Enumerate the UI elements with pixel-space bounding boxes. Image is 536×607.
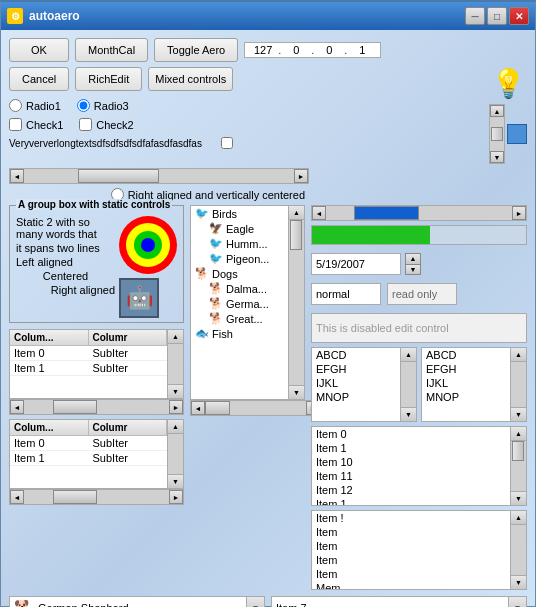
- tree-item2[interactable]: Item: [312, 539, 510, 553]
- list2-hscroll-left[interactable]: ◄: [10, 490, 24, 504]
- date-spin-down[interactable]: ▼: [405, 265, 421, 276]
- list2-hscroll-track[interactable]: [24, 490, 169, 504]
- lbr-scroll-up[interactable]: ▲: [511, 348, 526, 362]
- ip-part1[interactable]: [249, 44, 277, 56]
- tree-scroll-down[interactable]: ▼: [289, 385, 304, 399]
- listbox-left-vscroll[interactable]: ▲ ▼: [401, 347, 417, 422]
- ip-part2[interactable]: [282, 44, 310, 56]
- lbl-scroll-up[interactable]: ▲: [401, 348, 416, 362]
- list2-vscroll[interactable]: ▲ ▼: [168, 419, 184, 489]
- ip-part3[interactable]: [315, 44, 343, 56]
- tree-hscroll-track[interactable]: [205, 401, 306, 415]
- listbox-right-item4[interactable]: MNOP: [422, 390, 510, 404]
- mixed-controls-button[interactable]: Mixed controls: [148, 67, 233, 91]
- right-hscroll-top[interactable]: ◄ ►: [311, 205, 527, 221]
- list1-hscroll[interactable]: ◄ ►: [9, 399, 184, 415]
- rhscroll-track[interactable]: [326, 206, 512, 220]
- horizontal-scrollbar[interactable]: ◄ ►: [9, 168, 309, 184]
- rhscroll-right[interactable]: ►: [512, 206, 526, 220]
- tree-item1[interactable]: Item: [312, 525, 510, 539]
- tree-item-pigeon[interactable]: 🐦 Pigeon...: [191, 251, 288, 266]
- tree-items-listbox[interactable]: Item ! Item Item Item Item Mem: [311, 510, 511, 590]
- items-scroll-thumb[interactable]: [512, 441, 524, 461]
- items-listbox[interactable]: Item 0 Item 1 Item 10 Item 11 Item 12 It…: [311, 426, 511, 506]
- tree-item-great-dane[interactable]: 🐕 Great...: [191, 311, 288, 326]
- radio2-label[interactable]: Radio3: [77, 99, 129, 112]
- list1-vscroll[interactable]: ▲ ▼: [168, 329, 184, 399]
- tree-hscroll-thumb[interactable]: [205, 401, 230, 415]
- lbr-scroll-down[interactable]: ▼: [511, 407, 526, 421]
- check1-label[interactable]: Check1: [9, 118, 63, 131]
- richedit-button[interactable]: RichEdit: [75, 67, 142, 91]
- hscroll-left-btn[interactable]: ◄: [10, 169, 24, 183]
- treeitems-scroll-down[interactable]: ▼: [511, 575, 526, 589]
- vslider-thumb[interactable]: [491, 127, 503, 141]
- listbox-right-item3[interactable]: IJKL: [422, 376, 510, 390]
- tree-view[interactable]: 🐦 Birds 🦅 Eagle 🐦 Humm... 🐦: [190, 205, 289, 400]
- items-item0[interactable]: Item 0: [312, 427, 510, 441]
- treeitems-scroll-up[interactable]: ▲: [511, 511, 526, 525]
- list1-hscroll-track[interactable]: [24, 400, 169, 414]
- ip-address-field[interactable]: . . .: [244, 42, 381, 58]
- col2-row2[interactable]: Item 1 SubIter: [10, 451, 167, 466]
- col2-row1[interactable]: Item 0 SubIter: [10, 436, 167, 451]
- date-input[interactable]: [311, 253, 401, 275]
- lbl-scroll-down[interactable]: ▼: [401, 407, 416, 421]
- long-text-checkbox[interactable]: [221, 137, 233, 149]
- tree-item-birds[interactable]: 🐦 Birds: [191, 206, 288, 221]
- rhscroll-left[interactable]: ◄: [312, 206, 326, 220]
- date-spinner[interactable]: ▲ ▼: [405, 253, 421, 275]
- list2-scroll-up[interactable]: ▲: [168, 420, 183, 434]
- list2-hscroll-thumb[interactable]: [53, 490, 97, 504]
- list2-hscroll-right[interactable]: ►: [169, 490, 183, 504]
- list1-scroll-up[interactable]: ▲: [168, 330, 183, 344]
- item-combo-arrow[interactable]: ▼: [508, 597, 526, 607]
- tree-item5[interactable]: Mem: [312, 581, 510, 590]
- tree-item-eagle[interactable]: 🦅 Eagle: [191, 221, 288, 236]
- listbox-left[interactable]: ABCD EFGH IJKL MNOP: [311, 347, 401, 422]
- tree-scroll-up[interactable]: ▲: [289, 206, 304, 220]
- tree-item0[interactable]: Item !: [312, 511, 510, 525]
- listbox-right-item1[interactable]: ABCD: [422, 348, 510, 362]
- items-item13[interactable]: Item 1...: [312, 497, 510, 506]
- items-item12[interactable]: Item 12: [312, 483, 510, 497]
- readonly-input[interactable]: [387, 283, 457, 305]
- listbox-right-item2[interactable]: EFGH: [422, 362, 510, 376]
- cancel-button[interactable]: Cancel: [9, 67, 69, 91]
- monthcal-button[interactable]: MonthCal: [75, 38, 148, 62]
- dog-breed-arrow[interactable]: ▼: [246, 597, 264, 607]
- radio1-input[interactable]: [9, 99, 22, 112]
- list2-hscroll[interactable]: ◄ ►: [9, 489, 184, 505]
- tree-hscroll-left[interactable]: ◄: [191, 401, 205, 415]
- listbox-left-item4[interactable]: MNOP: [312, 390, 400, 404]
- dog-breed-combo[interactable]: 🐕 German Shepherd ▼: [9, 596, 265, 607]
- list2-scroll-down[interactable]: ▼: [168, 474, 183, 488]
- tree-item3[interactable]: Item: [312, 553, 510, 567]
- hscroll-right-btn[interactable]: ►: [294, 169, 308, 183]
- check2-input[interactable]: [79, 118, 92, 131]
- items-vscroll[interactable]: ▲ ▼: [511, 426, 527, 506]
- tree-item-german-shepherd[interactable]: 🐕 Germa...: [191, 296, 288, 311]
- items-scroll-up[interactable]: ▲: [511, 427, 526, 441]
- vslider-up[interactable]: ▲: [490, 105, 504, 117]
- tree-item-dalmatian[interactable]: 🐕 Dalma...: [191, 281, 288, 296]
- treeitems-vscroll[interactable]: ▲ ▼: [511, 510, 527, 590]
- tree-item-hummingbird[interactable]: 🐦 Humm...: [191, 236, 288, 251]
- radio3-input[interactable]: [77, 99, 90, 112]
- normal-input[interactable]: [311, 283, 381, 305]
- ok-button[interactable]: OK: [9, 38, 69, 62]
- date-spin-up[interactable]: ▲: [405, 253, 421, 265]
- hscroll-thumb[interactable]: [78, 169, 159, 183]
- items-item1[interactable]: Item 1: [312, 441, 510, 455]
- list1-hscroll-thumb[interactable]: [53, 400, 97, 414]
- vslider-down[interactable]: ▼: [490, 151, 504, 163]
- vertical-slider[interactable]: ▲ ▼: [489, 104, 505, 164]
- ip-part4[interactable]: [348, 44, 376, 56]
- tree-item-fish[interactable]: 🐟 Fish: [191, 326, 288, 341]
- hscroll-track[interactable]: [24, 169, 294, 183]
- check1-input[interactable]: [9, 118, 22, 131]
- items-item10[interactable]: Item 10: [312, 455, 510, 469]
- tree-vscroll[interactable]: ▲ ▼: [289, 205, 305, 400]
- listbox-left-item1[interactable]: ABCD: [312, 348, 400, 362]
- items-scroll-down[interactable]: ▼: [511, 491, 526, 505]
